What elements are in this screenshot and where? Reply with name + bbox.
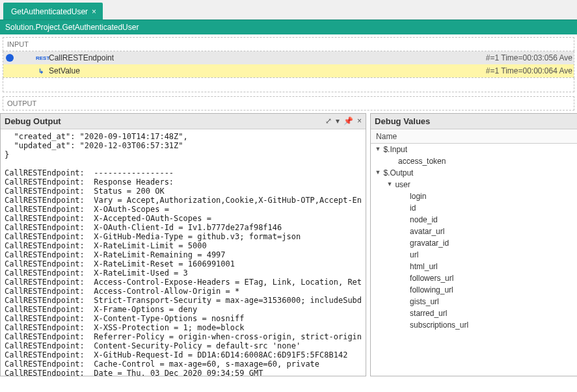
debug-output-text[interactable]: "created_at": "2020-09-10T14:17:48Z", "u… <box>1 129 366 376</box>
setvalue-icon: ↳ <box>36 68 46 75</box>
tree-node-input[interactable]: ▼ $.Input <box>371 144 577 155</box>
tree-leaf-url[interactable]: url https://api.github.com/users <box>371 249 577 261</box>
debug-output-titlebar[interactable]: Debug Output ⤢ ▾ 📌 × <box>1 114 366 129</box>
tree-leaf-avatar-url[interactable]: avatar_url https://avatars1.githubuserco <box>371 226 577 237</box>
tree-leaf-html-url[interactable]: html_url https://github.com/ronanaw <box>371 261 577 272</box>
steps-container: REST CallRESTEndpoint #=1 Time=00:03:056… <box>3 51 574 78</box>
input-section-label: INPUT <box>3 37 574 51</box>
steps-spacer <box>3 78 574 92</box>
tree-header: Name Value <box>371 129 577 144</box>
step-time: #=1 Time=00:03:056 Ave <box>486 53 574 62</box>
step-time: #=1 Time=00:00:064 Ave <box>486 66 574 75</box>
chevron-down-icon[interactable]: ▼ <box>375 146 381 152</box>
close-icon[interactable]: × <box>92 7 96 16</box>
tree-leaf-id[interactable]: id <box>371 202 577 214</box>
tree-leaf-followers-url[interactable]: followers_url https://api.github.com/use… <box>371 272 577 284</box>
column-name[interactable]: Name <box>371 130 577 143</box>
tree-body[interactable]: ▼ $.Input access_token debb277f9a880460a… <box>371 144 577 376</box>
debug-values-titlebar[interactable]: Debug Values <box>371 114 577 129</box>
panel-title: Debug Values <box>375 116 577 126</box>
tree-leaf-gravatar-id[interactable]: gravatar_id <box>371 237 577 249</box>
tab-bar: GetAuthenticatedUser × <box>0 0 577 20</box>
step-label: SetValue <box>49 66 486 75</box>
chevron-down-icon[interactable]: ▼ <box>375 169 381 176</box>
debug-output-panel: Debug Output ⤢ ▾ 📌 × "created_at": "2020… <box>0 113 366 376</box>
pin-icon[interactable]: 📌 <box>343 116 353 125</box>
close-icon[interactable]: × <box>357 116 362 125</box>
tree-node-user[interactable]: ▼ user <box>371 179 577 190</box>
maximize-icon[interactable]: ⤢ <box>325 116 332 125</box>
step-label: CallRESTEndpoint <box>49 53 486 62</box>
output-section-label: OUTPUT <box>3 96 574 111</box>
tree-leaf-login[interactable]: login ronanaw <box>371 190 577 202</box>
tree-leaf-gists-url[interactable]: gists_url https://api.github.com/users <box>371 296 577 307</box>
step-callrestendpoint[interactable]: REST CallRESTEndpoint #=1 Time=00:03:056… <box>3 51 574 64</box>
breadcrumb: Solution.Project.GetAuthenticatedUser <box>0 20 577 34</box>
tree-leaf-following-url[interactable]: following_url https://api.github.com/use… <box>371 284 577 296</box>
breadcrumb-text: Solution.Project.GetAuthenticatedUser <box>5 23 139 32</box>
step-setvalue[interactable]: ↳ SetValue #=1 Time=00:00:064 Ave <box>3 64 574 77</box>
tree-leaf-subscriptions-url[interactable]: subscriptions_url https://api.github.com… <box>371 319 577 331</box>
autohide-icon[interactable]: ▾ <box>336 116 340 125</box>
tree-leaf-starred-url[interactable]: starred_url https://api.github.com/users <box>371 307 577 319</box>
rest-icon: REST <box>36 55 46 61</box>
panel-title: Debug Output <box>5 116 325 126</box>
tab-getauthenticateduser[interactable]: GetAuthenticatedUser × <box>3 3 103 20</box>
breakpoint-dot[interactable] <box>6 54 14 62</box>
tree-node-output[interactable]: ▼ $.Output <box>371 167 577 179</box>
tree-leaf-node-id[interactable]: node_id MjEw <box>371 214 577 226</box>
tree-leaf-access-token[interactable]: access_token debb277f9a880460a14abd4c <box>371 155 577 167</box>
tab-title: GetAuthenticatedUser <box>11 7 88 16</box>
chevron-down-icon[interactable]: ▼ <box>386 181 393 187</box>
debug-values-panel: Debug Values Name Value ▼ $.Input access… <box>370 113 577 376</box>
